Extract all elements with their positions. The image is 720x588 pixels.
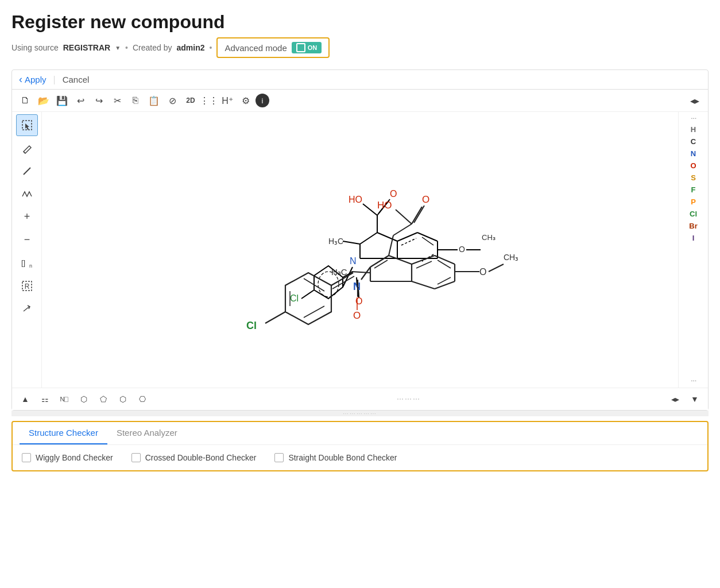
cancel-button[interactable]: Cancel bbox=[63, 75, 90, 84]
checker-tabs: Structure Checker Stereo Analyzer bbox=[13, 422, 707, 445]
editor-container: Apply | Cancel 🗋 📂 💾 ↩ ↪ ✂ ⎘ 📋 ⊘ 2D ⋮⋮ H… bbox=[11, 69, 709, 411]
bottom-right-tools: ◂▸ ▼ bbox=[667, 390, 703, 408]
element-N-button[interactable]: N bbox=[683, 148, 704, 159]
bond-tool-button[interactable] bbox=[16, 160, 38, 182]
left-toolbar: + − []n R bbox=[12, 112, 42, 388]
bottom-toolbar: ▲ ⚏ N⎕ ⬡ ⬠ ⬡ ⎔ ⋯⋯⋯ ◂▸ ▼ bbox=[12, 388, 708, 410]
bottom-left-tools: ▲ ⚏ N⎕ ⬡ ⬠ ⬡ ⎔ bbox=[17, 390, 151, 408]
element-C-button[interactable]: C bbox=[683, 136, 704, 147]
svg-text:O: O bbox=[422, 194, 429, 205]
svg-text:H₃C: H₃C bbox=[331, 267, 347, 277]
svg-line-67 bbox=[412, 281, 435, 289]
wiggly-bond-checkbox[interactable] bbox=[22, 453, 31, 462]
svg-line-48 bbox=[265, 312, 285, 323]
svg-line-63 bbox=[412, 256, 435, 264]
advanced-mode-label: Advanced mode bbox=[224, 43, 287, 53]
expand-down-button[interactable]: ▼ bbox=[686, 390, 703, 408]
svg-text:CH₃: CH₃ bbox=[504, 253, 518, 262]
expand-left-button[interactable]: ◂▸ bbox=[667, 390, 684, 408]
source-dropdown-icon[interactable]: ▼ bbox=[115, 45, 121, 51]
element-O-button[interactable]: O bbox=[683, 160, 704, 171]
advanced-mode-container[interactable]: Advanced mode ON bbox=[216, 37, 330, 58]
svg-line-66 bbox=[435, 281, 455, 289]
2d-button[interactable]: 2D bbox=[182, 92, 199, 109]
element-Cl-button[interactable]: Cl bbox=[683, 208, 704, 219]
eraser-tool-button[interactable] bbox=[16, 137, 38, 159]
created-by-label: Created by bbox=[133, 43, 172, 52]
charge-minus-button[interactable]: − bbox=[16, 229, 38, 251]
rgroup-tool-button[interactable]: R bbox=[16, 275, 38, 297]
nitrogen-button[interactable]: N⎕ bbox=[56, 390, 73, 408]
redo-button[interactable]: ↪ bbox=[90, 92, 107, 109]
collapse-right-button[interactable]: ◂▸ bbox=[686, 92, 703, 109]
save-button[interactable]: 💾 bbox=[53, 92, 71, 109]
element-F-button[interactable]: F bbox=[683, 184, 704, 195]
layout-button[interactable]: ⋮⋮ bbox=[200, 92, 218, 109]
svg-line-82 bbox=[489, 264, 504, 272]
resize-handle[interactable]: ⋯⋯⋯⋯⋯ bbox=[11, 411, 709, 416]
apply-button[interactable]: Apply bbox=[19, 74, 47, 86]
chain-tool-button[interactable] bbox=[16, 183, 38, 205]
expand-bottom-button[interactable]: ⋯ bbox=[683, 377, 704, 385]
svg-marker-44 bbox=[285, 273, 331, 324]
copy-button[interactable]: ⎘ bbox=[127, 92, 144, 109]
svg-line-73 bbox=[389, 235, 393, 256]
settings-button[interactable]: ⚙ bbox=[237, 92, 254, 109]
element-I-button[interactable]: I bbox=[683, 233, 704, 243]
page-title: Register new compound bbox=[11, 11, 709, 33]
editor-body: + − []n R bbox=[12, 112, 708, 388]
charge-plus-button[interactable]: + bbox=[16, 206, 38, 228]
svg-text:R: R bbox=[24, 283, 29, 291]
benzene-button[interactable]: ⎔ bbox=[134, 390, 151, 408]
shield-button[interactable]: ⬡ bbox=[75, 390, 92, 408]
separator1: • bbox=[125, 43, 128, 52]
new-file-button[interactable]: 🗋 bbox=[17, 92, 34, 109]
crossed-double-bond-item: Crossed Double-Bond Checker bbox=[131, 453, 257, 462]
svg-line-76 bbox=[414, 206, 424, 223]
svg-line-55 bbox=[361, 267, 370, 280]
hydrogens-button[interactable]: H⁺ bbox=[219, 92, 236, 109]
page-subtitle: Using source REGISTRAR ▼ • Created by ad… bbox=[11, 37, 709, 58]
reaction-tool-button[interactable] bbox=[16, 298, 38, 320]
cut-button[interactable]: ✂ bbox=[109, 92, 126, 109]
bar-separator: | bbox=[53, 75, 56, 85]
paste-button[interactable]: 📋 bbox=[145, 92, 162, 109]
tab-structure-checker[interactable]: Structure Checker bbox=[20, 422, 107, 444]
molecule-svg-main: Cl O N bbox=[182, 129, 538, 370]
crossed-double-bond-label: Crossed Double-Bond Checker bbox=[145, 453, 257, 462]
svg-text:O: O bbox=[479, 267, 486, 277]
undo-button[interactable]: ↩ bbox=[72, 92, 89, 109]
zoom-out-button[interactable]: ▲ bbox=[17, 390, 34, 408]
element-P-button[interactable]: P bbox=[683, 196, 704, 207]
zoom-fit-button[interactable]: ⊘ bbox=[164, 92, 181, 109]
source-value: REGISTRAR bbox=[63, 43, 110, 52]
element-Br-button[interactable]: Br bbox=[683, 220, 704, 231]
svg-text:HO: HO bbox=[377, 200, 392, 211]
svg-line-47 bbox=[304, 306, 324, 318]
svg-line-62 bbox=[374, 260, 388, 268]
resize-dots: ⋯⋯⋯ bbox=[397, 395, 421, 403]
straight-double-bond-item: Straight Double Bond Checker bbox=[274, 453, 397, 462]
source-label: Using source bbox=[11, 43, 59, 52]
select-tool-button[interactable] bbox=[16, 114, 38, 136]
open-button[interactable]: 📂 bbox=[35, 92, 52, 109]
separator2: • bbox=[209, 43, 212, 52]
advanced-mode-toggle[interactable]: ON bbox=[292, 42, 322, 53]
svg-text:O: O bbox=[353, 310, 361, 321]
straight-double-bond-checkbox[interactable] bbox=[274, 453, 284, 462]
element-H-button[interactable]: H bbox=[683, 124, 704, 135]
wiggly-bond-label: Wiggly Bond Checker bbox=[36, 453, 113, 462]
expand-top-button[interactable]: ⋯ bbox=[683, 114, 704, 123]
crossed-double-bond-checkbox[interactable] bbox=[131, 453, 141, 462]
tab-stereo-analyzer[interactable]: Stereo Analyzer bbox=[107, 422, 187, 444]
svg-line-78 bbox=[396, 210, 412, 224]
canvas-area[interactable]: N O HO H₃C O bbox=[42, 112, 678, 388]
layers-button[interactable]: ⚏ bbox=[36, 390, 53, 408]
info-button[interactable]: i bbox=[256, 94, 269, 107]
pentagon-button[interactable]: ⬠ bbox=[95, 390, 112, 408]
sgroup-tool-button[interactable]: []n bbox=[16, 252, 38, 274]
element-S-button[interactable]: S bbox=[683, 172, 704, 183]
svg-text:N: N bbox=[353, 281, 361, 292]
hexagon-button[interactable]: ⬡ bbox=[114, 390, 131, 408]
svg-line-74 bbox=[393, 224, 412, 235]
